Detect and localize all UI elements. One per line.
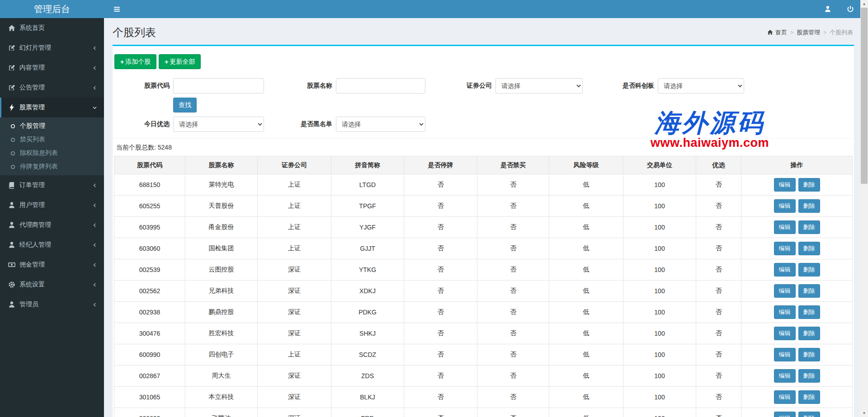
delete-button[interactable]: 删除 (798, 369, 820, 383)
delete-button[interactable]: 删除 (798, 390, 820, 404)
edit-button[interactable]: 编辑 (774, 305, 796, 319)
sidebar-item-admins[interactable]: 管理员 (0, 295, 104, 314)
cell-company: 上证 (258, 196, 331, 217)
cell-preferred: 否 (696, 365, 741, 387)
sidebar-item-stocks[interactable]: 股票管理 (0, 98, 104, 117)
stock-code-input[interactable] (173, 78, 264, 94)
sidebar-item-brokers[interactable]: 经纪人管理 (0, 235, 104, 255)
chevron-left-icon (92, 243, 97, 248)
cell-actions: 编辑删除 (741, 365, 853, 387)
app-logo[interactable]: 管理后台 (0, 0, 104, 18)
cell-risk-level: 低 (549, 281, 623, 302)
cell-stock-name: 四创电子 (185, 344, 258, 365)
delete-button[interactable]: 删除 (798, 327, 820, 340)
delete-button[interactable]: 删除 (798, 242, 820, 255)
blacklist-select[interactable]: 请选择 (336, 117, 425, 132)
total-count-text: 当前个股总数: 5248 (114, 139, 853, 156)
edit-button[interactable]: 编辑 (774, 263, 796, 276)
edit-button[interactable]: 编辑 (774, 220, 796, 234)
home-icon (767, 29, 773, 35)
scrollbar-thumb[interactable] (861, 8, 868, 184)
cell-actions: 编辑删除 (741, 408, 853, 417)
cell-preferred: 否 (696, 217, 741, 238)
edit-button[interactable]: 编辑 (774, 242, 796, 255)
chevron-left-icon (92, 66, 97, 70)
delete-button[interactable]: 删除 (798, 199, 820, 213)
cell-company: 深证 (258, 259, 331, 281)
add-stock-button[interactable]: +添加个股 (114, 54, 156, 69)
submenu-item-stock-management[interactable]: 个股管理 (0, 119, 104, 133)
top-navbar: 管理后台 (0, 0, 860, 18)
sidebar-item-label: 订单管理 (19, 181, 45, 189)
sidebar-toggle-button[interactable] (113, 5, 121, 13)
circle-icon (10, 137, 16, 143)
sidebar-item-users[interactable]: 用户管理 (0, 195, 104, 215)
cell-pinyin: SHKJ (331, 323, 404, 344)
edit-button[interactable]: 编辑 (774, 390, 796, 404)
breadcrumb-home-label: 首页 (775, 28, 787, 37)
cell-suspended: 否 (404, 344, 477, 365)
plus-icon: + (120, 58, 124, 66)
submenu-item-banned-list[interactable]: 禁买列表 (0, 133, 104, 146)
logout-button[interactable] (847, 5, 854, 13)
scroll-up-arrow[interactable]: ▲ (860, 0, 868, 8)
scroll-down-arrow[interactable]: ▼ (860, 409, 868, 417)
edit-button[interactable]: 编辑 (774, 199, 796, 213)
delete-button[interactable]: 删除 (798, 284, 820, 298)
chevron-left-icon (92, 223, 97, 228)
edit-button[interactable]: 编辑 (774, 284, 796, 298)
table-header-row: 股票代码 股票名称 证券公司 拼音简称 是否停牌 是否禁买 风险等级 交易单位 … (114, 156, 853, 174)
sidebar-item-settings[interactable]: 系统设置 (0, 275, 104, 295)
sidebar-item-slides[interactable]: 幻灯片管理 (0, 38, 104, 58)
delete-button[interactable]: 删除 (798, 305, 820, 319)
table-row: 603060国检集团上证GJJT否否低100否编辑删除 (114, 238, 853, 259)
today-pick-select[interactable]: 请选择 (173, 117, 264, 132)
breadcrumb-section[interactable]: 股票管理 (797, 28, 820, 37)
edit-button[interactable]: 编辑 (774, 348, 796, 361)
column-header-name: 股票名称 (185, 156, 258, 174)
update-all-button[interactable]: +更新全部 (159, 54, 201, 69)
cell-preferred: 否 (696, 344, 741, 365)
search-button[interactable]: 查找 (173, 98, 197, 112)
column-header-unit: 交易单位 (623, 156, 696, 174)
scrollbar[interactable]: ▲ ▼ (860, 0, 868, 417)
stock-name-input[interactable] (336, 78, 425, 94)
delete-button[interactable]: 删除 (798, 263, 820, 276)
cell-company: 深证 (258, 408, 331, 417)
submenu-item-exright-list[interactable]: 除权除息列表 (0, 146, 104, 160)
edit-button[interactable]: 编辑 (774, 178, 796, 192)
column-header-suspended: 是否停牌 (404, 156, 477, 174)
submenu-item-label: 停牌复牌列表 (20, 163, 58, 171)
sidebar-item-agents[interactable]: 代理商管理 (0, 215, 104, 235)
sidebar-item-dashboard[interactable]: 系统首页 (0, 18, 104, 38)
cell-stock-code: 688150 (114, 174, 185, 196)
star-market-select[interactable]: 请选择 (658, 78, 744, 94)
sidebar: 系统首页 幻灯片管理 内容管理 公告管理 股票管理 个股管理 禁买列表 除权除息… (0, 18, 104, 417)
delete-button[interactable]: 删除 (798, 348, 820, 361)
column-header-risk: 风险等级 (549, 156, 623, 174)
user-menu-button[interactable] (824, 5, 831, 13)
table-row: 002539云图控股深证YTKG否否低100否编辑删除 (114, 259, 853, 281)
cell-company: 深证 (258, 323, 331, 344)
cell-trade-unit: 100 (623, 302, 696, 323)
submenu-item-suspension-list[interactable]: 停牌复牌列表 (0, 160, 104, 173)
cell-company: 深证 (258, 365, 331, 387)
delete-button[interactable]: 删除 (798, 178, 820, 192)
delete-button[interactable]: 删除 (798, 412, 820, 417)
sidebar-item-commissions[interactable]: 佣金管理 (0, 255, 104, 275)
sidebar-item-label: 股票管理 (19, 103, 45, 112)
cell-trade-unit: 100 (623, 238, 696, 259)
sidebar-item-announcements[interactable]: 公告管理 (0, 78, 104, 98)
edit-button[interactable]: 编辑 (774, 327, 796, 340)
sidebar-item-orders[interactable]: 订单管理 (0, 175, 104, 195)
broker-select[interactable]: 请选择 (495, 78, 583, 94)
edit-button[interactable]: 编辑 (774, 369, 796, 383)
delete-button[interactable]: 删除 (798, 220, 820, 234)
breadcrumb-home[interactable]: 首页 (767, 28, 787, 37)
cell-banned: 否 (477, 174, 549, 196)
edit-button[interactable]: 编辑 (774, 412, 796, 417)
sidebar-item-content[interactable]: 内容管理 (0, 58, 104, 78)
sidebar-item-label: 系统首页 (19, 24, 45, 32)
cell-stock-name: 甬金股份 (185, 217, 258, 238)
cell-stock-name: 周大生 (185, 365, 258, 387)
